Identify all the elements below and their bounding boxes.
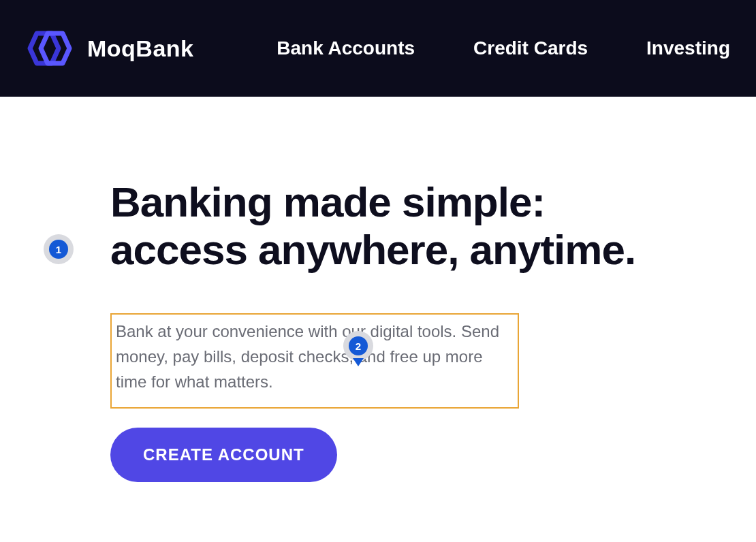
primary-nav: Bank Accounts Credit Cards Investing [277,37,730,59]
page-root: MoqBank Bank Accounts Credit Cards Inves… [0,0,756,542]
annotation-marker-1-number: 1 [49,240,68,259]
brand-logo[interactable]: MoqBank [26,29,194,67]
hero-section: Banking made simple: access anywhere, an… [0,97,640,482]
hero-headline: Banking made simple: access anywhere, an… [110,178,640,274]
hero-subhead-highlight: Bank at your convenience with our digita… [110,313,519,409]
site-header: MoqBank Bank Accounts Credit Cards Inves… [0,0,756,97]
annotation-marker-1: 1 [44,234,74,264]
hero-subhead: Bank at your convenience with our digita… [116,319,512,395]
annotation-marker-2-number: 2 [349,336,368,355]
annotation-marker-2-tail-icon [353,358,364,366]
nav-investing[interactable]: Investing [646,37,730,59]
nav-credit-cards[interactable]: Credit Cards [473,37,588,59]
brand-name: MoqBank [87,35,194,62]
nav-bank-accounts[interactable]: Bank Accounts [277,37,415,59]
annotation-marker-2: 2 [343,331,373,361]
brand-logo-icon [26,29,76,67]
create-account-button[interactable]: CREATE ACCOUNT [110,428,337,482]
